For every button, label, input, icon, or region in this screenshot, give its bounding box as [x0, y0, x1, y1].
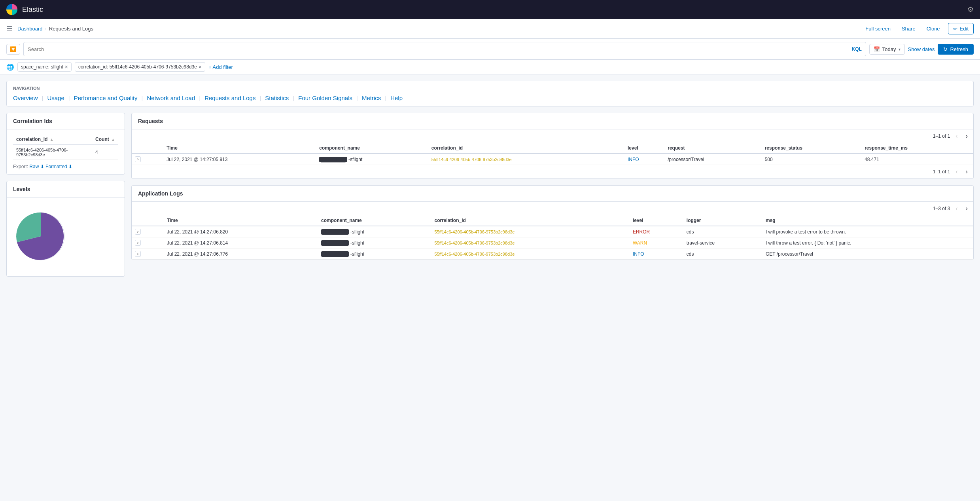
requests-pagination-top: 1–1 of 1 ‹ ›: [132, 129, 973, 143]
log-col-expand: [132, 215, 164, 226]
clone-button[interactable]: Clone: [923, 24, 943, 33]
refresh-icon: ↻: [943, 46, 948, 52]
log-msg-1: I will provoke a test error to be thrown…: [762, 226, 973, 237]
log-corrid-2: 55ff14c6-4206-405b-4706-9753b2c98d3e: [431, 237, 630, 249]
redacted-badge: ████████: [321, 229, 349, 235]
requests-next-bottom[interactable]: ›: [963, 167, 970, 176]
req-expand-btn[interactable]: ›: [132, 154, 163, 165]
log-col-time: Time: [164, 215, 318, 226]
log-logger-2: travel-service: [683, 237, 762, 249]
log-level-2: WARN: [630, 237, 683, 249]
log-level-3: INFO: [630, 249, 683, 260]
calendar-icon: 📅: [874, 46, 880, 52]
log-col-logger: logger: [683, 215, 762, 226]
edit-icon: ✏: [953, 26, 957, 32]
logs-next-top[interactable]: ›: [963, 204, 970, 213]
nav-statistics[interactable]: Statistics: [265, 95, 289, 101]
log-col-level: level: [630, 215, 683, 226]
redacted-badge: ████████: [319, 157, 347, 162]
nav-requests[interactable]: Requests and Logs: [204, 95, 255, 101]
log-level-1: ERROR: [630, 226, 683, 237]
search-bar: 🔽 KQL 📅 Today ▾ Show dates ↻ Refresh: [0, 39, 980, 60]
component-suffix: -sflight: [350, 240, 364, 246]
component-suffix: -sflight: [350, 229, 364, 235]
navigation-label: Navigation: [13, 86, 967, 91]
export-raw-link[interactable]: Raw ⬇: [29, 164, 44, 169]
global-filter-icon: 🌐: [6, 63, 14, 71]
requests-page-info-top: 1–1 of 1: [933, 133, 950, 139]
main-content: Navigation Overview | Usage | Perfomance…: [0, 74, 980, 289]
app-logs-panel: Application Logs 1–3 of 3 ‹ › Time compo…: [131, 185, 974, 260]
log-corrid-3: 55ff14c6-4206-405b-4706-9753b2c98d3e: [431, 249, 630, 260]
app-logs-table: Time component_name correlation_id level…: [132, 215, 973, 260]
log-component-1: ████████ -sflight: [318, 226, 431, 237]
redacted-badge: ████████: [321, 240, 349, 246]
row-expand-button[interactable]: ›: [135, 156, 141, 162]
show-dates-button[interactable]: Show dates: [908, 46, 935, 52]
export-label: Export:: [13, 164, 28, 169]
chevron-down-icon: ▾: [899, 47, 901, 51]
nav-help[interactable]: Help: [390, 95, 403, 101]
export-formatted-link[interactable]: Formatted ⬇: [45, 164, 72, 169]
secondary-bar: ☰ Dashboard › Requests and Logs Full scr…: [0, 19, 980, 39]
correlation-ids-title: Correlation Ids: [7, 113, 125, 129]
requests-panel: Requests 1–1 of 1 ‹ › Time component_nam…: [131, 113, 974, 179]
row-expand-button[interactable]: ›: [135, 251, 141, 257]
nav-network[interactable]: Network and Load: [147, 95, 195, 101]
search-input[interactable]: [28, 46, 851, 52]
add-filter-button[interactable]: + Add filter: [208, 64, 233, 70]
filter-remove-correlation[interactable]: ×: [199, 64, 202, 70]
refresh-button[interactable]: ↻ Refresh: [938, 44, 974, 55]
date-picker-button[interactable]: 📅 Today ▾: [869, 44, 905, 55]
row-expand-button[interactable]: ›: [135, 240, 141, 246]
logs-pagination-top: 1–3 of 3 ‹ ›: [132, 202, 973, 215]
redacted-badge: ████████: [321, 251, 349, 257]
requests-prev-bottom[interactable]: ‹: [953, 167, 960, 176]
levels-body: [7, 197, 125, 276]
breadcrumb-parent[interactable]: Dashboard: [17, 26, 43, 32]
log-component-3: ████████ -sflight: [318, 249, 431, 260]
req-col-status: response_status: [762, 143, 862, 154]
export-row: Export: Raw ⬇ Formatted ⬇: [13, 164, 118, 169]
col-correlation-id: correlation_id ▲: [13, 134, 92, 145]
log-msg-2: I will throw a test error. { Do: 'not' }…: [762, 237, 973, 249]
correlation-ids-body: correlation_id ▲ Count ▲: [7, 129, 125, 174]
req-col-time-ms: response_time_ms: [861, 143, 973, 154]
search-type-button[interactable]: 🔽: [6, 44, 20, 55]
table-row: › Jul 22, 2021 @ 14:27:05.913 ████████ -…: [132, 154, 973, 165]
panels-row: Correlation Ids correlation_id ▲ Count: [6, 113, 974, 283]
log-logger-3: cds: [683, 249, 762, 260]
nav-usage[interactable]: Usage: [47, 95, 64, 101]
levels-panel: Levels: [6, 181, 125, 277]
log-col-msg: msg: [762, 215, 973, 226]
requests-next-top[interactable]: ›: [963, 132, 970, 140]
req-request: /processor/Travel: [664, 154, 761, 165]
kql-badge[interactable]: KQL: [851, 46, 861, 52]
app-name: Elastic: [22, 6, 43, 14]
filter-remove-space[interactable]: ×: [65, 64, 68, 70]
menu-icon[interactable]: ☰: [6, 25, 13, 33]
row-expand-button[interactable]: ›: [135, 229, 141, 235]
share-button[interactable]: Share: [899, 24, 919, 33]
nav-performance[interactable]: Perfomance and Quality: [74, 95, 138, 101]
col-count: Count ▲: [92, 134, 118, 145]
table-row: › Jul 22, 2021 @ 14:27:06.820 ████████ -…: [132, 226, 973, 237]
log-time-3: Jul 22, 2021 @ 14:27:06.776: [164, 249, 318, 260]
breadcrumb-current: Requests and Logs: [49, 26, 93, 32]
corr-id-value: 55ff14c6-4206-405b-4706-9753b2c98d3e: [13, 145, 92, 160]
gear-icon[interactable]: ⚙: [967, 6, 974, 13]
fullscreen-button[interactable]: Full screen: [862, 24, 894, 33]
nav-overview[interactable]: Overview: [13, 95, 38, 101]
log-logger-1: cds: [683, 226, 762, 237]
sort-count-icon: ▲: [111, 137, 115, 142]
logs-page-info-top: 1–3 of 3: [933, 206, 950, 211]
nav-golden-signals[interactable]: Four Golden Signals: [298, 95, 352, 101]
edit-button[interactable]: ✏ Edit: [948, 23, 974, 34]
logs-prev-top[interactable]: ‹: [953, 204, 960, 213]
nav-metrics[interactable]: Metrics: [362, 95, 381, 101]
requests-prev-top[interactable]: ‹: [953, 132, 960, 140]
left-panel: Correlation Ids correlation_id ▲ Count: [6, 113, 125, 283]
requests-content: 1–1 of 1 ‹ › Time component_name correla…: [132, 129, 973, 178]
req-corrid: 55ff14c6-4206-405b-4706-9753b2c98d3e: [428, 154, 624, 165]
filter-badge-space: space_name: sflight ×: [17, 62, 72, 72]
